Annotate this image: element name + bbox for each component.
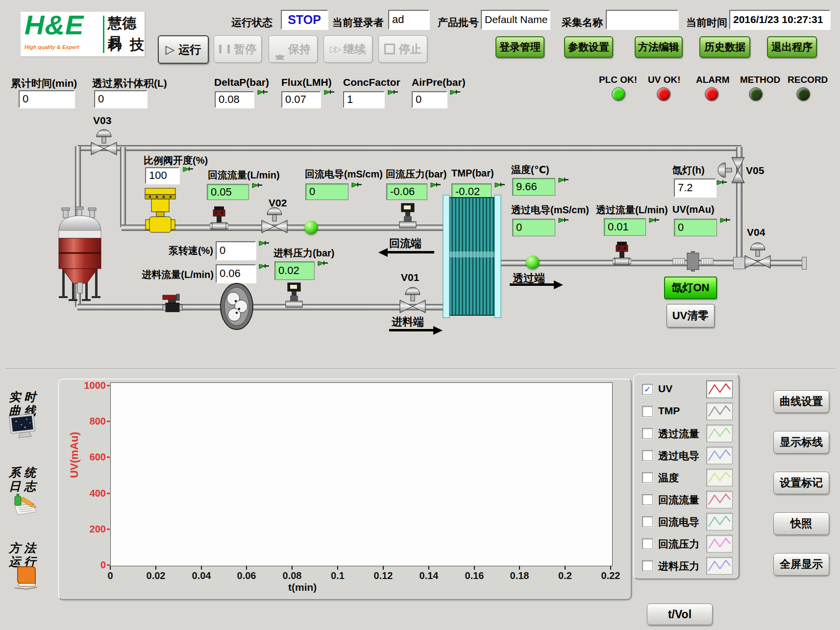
show-marker-line-button[interactable]: 显示标线 (773, 431, 829, 454)
x-tick-mark (383, 566, 384, 570)
valve-v02 (259, 206, 290, 237)
run-button[interactable]: ▷ 运行 (158, 35, 209, 64)
legend-line-sample[interactable] (706, 535, 733, 553)
y-tick-label: 1000 (76, 380, 106, 391)
legend-checkbox-feed-pres[interactable] (642, 560, 653, 571)
monitor-icon[interactable] (9, 414, 37, 441)
hot-flag-icon (182, 166, 194, 173)
legend-checkbox-reflux-pres[interactable] (642, 538, 653, 549)
airpre-field[interactable]: 0 (412, 91, 447, 108)
flux-field[interactable]: 0.07 (281, 91, 321, 108)
legend-line-sample[interactable] (706, 380, 733, 398)
legend-label: 进料压力 (658, 559, 699, 573)
feed-port-label: 进料端 (392, 315, 424, 329)
hot-flag-icon (251, 182, 263, 189)
alarm-label: ALARM (696, 75, 730, 85)
x-tick-label: 0.22 (593, 570, 628, 581)
uv-flow-cell (672, 251, 714, 274)
snapshot-button[interactable]: 快照 (773, 512, 829, 535)
feed-flow-field[interactable]: 0.06 (216, 264, 256, 283)
x-tick-mark (201, 566, 202, 570)
feed-tank (57, 206, 102, 304)
hot-flag-icon (716, 179, 728, 186)
current-user-field[interactable]: ad (388, 10, 429, 29)
x-tick-mark (110, 566, 111, 570)
y-tick-label: 600 (76, 452, 106, 463)
xenon-on-button[interactable]: 氙灯ON (664, 277, 717, 299)
pipe-feed (77, 304, 446, 310)
legend-checkbox-perm-flow[interactable] (642, 428, 653, 439)
company-logo: H&E High quality & Expert 慧德易 科 技 (21, 12, 145, 56)
y-tick-mark (107, 456, 110, 458)
method-run-book-icon[interactable] (13, 565, 39, 592)
flux-label: Flux(LMH) (281, 76, 332, 88)
legend-line-sample[interactable] (706, 403, 733, 420)
legend-line-sample[interactable] (706, 513, 733, 530)
t-vol-toggle-button[interactable]: t/Vol (647, 604, 713, 625)
method-led (749, 87, 763, 101)
y-tick-mark (107, 529, 110, 530)
hot-flag-icon (351, 182, 363, 189)
legend-line-sample[interactable] (706, 469, 733, 486)
prop-valve-field[interactable]: 100 (145, 167, 179, 184)
product-batch-field[interactable]: Default Name (481, 10, 550, 29)
continue-button[interactable]: ▷▷ 继续 (323, 35, 372, 63)
set-mark-button[interactable]: 设置标记 (773, 472, 829, 494)
legend-checkbox-temperature[interactable] (642, 472, 653, 483)
collect-name-label: 采集名称 (562, 16, 603, 29)
concfactor-label: ConcFactor (343, 76, 400, 88)
logo-brand: H&E (25, 9, 84, 41)
method-edit-button[interactable]: 方法编辑 (635, 36, 683, 58)
plot-area[interactable] (110, 382, 613, 566)
product-batch-label: 产品批号 (438, 16, 479, 29)
hold-icon (275, 41, 284, 57)
valve-v03 (88, 128, 120, 159)
hot-flag-icon (719, 217, 731, 224)
legend-checkbox-perm-cond[interactable] (642, 450, 653, 461)
concfactor-field[interactable]: 1 (343, 91, 384, 108)
login-manage-button[interactable]: 登录管理 (495, 36, 544, 58)
stop-icon (384, 44, 395, 54)
temperature-label: 温度(℃) (511, 163, 549, 176)
legend-checkbox-reflux-cond[interactable] (642, 516, 653, 527)
legend-line-sample[interactable] (706, 447, 733, 464)
reflux-cond-label: 回流电导(mS/cm) (305, 168, 383, 181)
legend-line-sample[interactable] (706, 557, 733, 575)
stop-button[interactable]: 停止 (378, 35, 427, 63)
legend-checkbox-reflux-flow[interactable] (642, 494, 653, 505)
hold-button[interactable]: 保持 (269, 35, 318, 63)
param-settings-button[interactable]: 参数设置 (564, 36, 613, 58)
curve-settings-button[interactable]: 曲线设置 (773, 390, 829, 413)
legend-checkbox-uv[interactable] (642, 384, 653, 395)
uv-zero-button[interactable]: UV清零 (667, 304, 715, 328)
hot-flag-icon (558, 177, 569, 184)
legend-line-sample[interactable] (706, 425, 733, 442)
x-tick-label: 0.2 (548, 570, 582, 581)
system-log-icon[interactable] (11, 488, 39, 519)
y-tick-mark (107, 421, 110, 422)
x-tick-mark (155, 566, 156, 570)
x-tick-label: 0.04 (184, 570, 219, 581)
legend-checkbox-tmp[interactable] (642, 406, 653, 417)
feed-pres-value: 0.02 (274, 261, 315, 280)
legend-line-sample[interactable] (706, 491, 733, 508)
pause-button[interactable]: 暂停 (214, 35, 262, 63)
xenon-hours-value: 7.2 (674, 178, 716, 197)
perm-flow-label: 透过流量(L/min) (596, 203, 668, 217)
reflux-pressure-sensor (398, 203, 418, 231)
pump-speed-label: 泵转速(%) (164, 244, 213, 257)
collect-name-field[interactable] (606, 10, 678, 29)
uv-ok-led (657, 87, 670, 101)
deltap-field[interactable]: 0.08 (215, 91, 254, 108)
exit-program-button[interactable]: 退出程序 (767, 36, 817, 58)
history-data-button[interactable]: 历史数据 (699, 36, 750, 58)
fullscreen-button[interactable]: 全屏显示 (773, 553, 829, 576)
legend-label: 透过电导 (658, 449, 699, 463)
reflux-pres-value: -0.06 (386, 183, 427, 200)
perm-volume-value: 0 (94, 90, 147, 108)
x-tick-label: 0.16 (457, 570, 492, 581)
record-label: RECORD (788, 75, 828, 85)
x-tick-label: 0.08 (275, 570, 309, 581)
temperature-value: 9.66 (512, 178, 555, 196)
pump-speed-field[interactable]: 0 (216, 241, 256, 260)
